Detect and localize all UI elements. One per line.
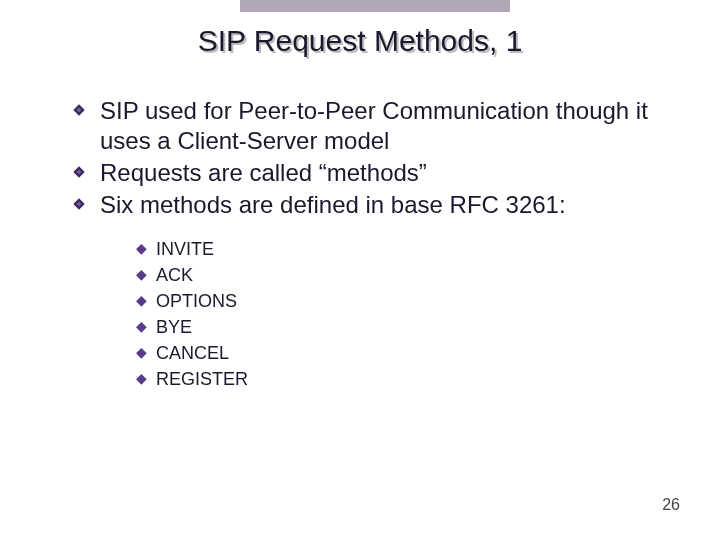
list-item-text: REGISTER xyxy=(156,366,248,392)
list-item: ◆ BYE xyxy=(136,314,672,340)
list-item-text: OPTIONS xyxy=(156,288,237,314)
diamond-dot-icon: ◆ xyxy=(136,236,156,261)
diamond-dot-icon: ◆ xyxy=(136,262,156,287)
diamond-bullet-icon xyxy=(72,197,94,211)
list-item: SIP used for Peer-to-Peer Communication … xyxy=(72,96,672,156)
diamond-bullet-icon xyxy=(72,165,94,179)
diamond-dot-icon: ◆ xyxy=(136,340,156,365)
list-item: ◆ CANCEL xyxy=(136,340,672,366)
list-item-text: Six methods are defined in base RFC 3261… xyxy=(100,190,566,220)
slide: SIP Request Methods, 1 SIP used for Peer… xyxy=(0,0,720,540)
list-item-text: SIP used for Peer-to-Peer Communication … xyxy=(100,96,672,156)
list-item-text: ACK xyxy=(156,262,193,288)
slide-body: SIP used for Peer-to-Peer Communication … xyxy=(72,96,672,393)
list-item-text: INVITE xyxy=(156,236,214,262)
slide-title: SIP Request Methods, 1 xyxy=(0,24,720,58)
list-item: ◆ REGISTER xyxy=(136,366,672,392)
list-item-text: Requests are called “methods” xyxy=(100,158,427,188)
decorative-top-bar xyxy=(240,0,510,12)
list-item: ◆ OPTIONS xyxy=(136,288,672,314)
list-item-text: CANCEL xyxy=(156,340,229,366)
list-item-text: BYE xyxy=(156,314,192,340)
sub-list: ◆ INVITE ◆ ACK ◆ OPTIONS ◆ BYE ◆ CANCEL … xyxy=(136,236,672,393)
list-item: Six methods are defined in base RFC 3261… xyxy=(72,190,672,220)
list-item: ◆ INVITE xyxy=(136,236,672,262)
list-item: Requests are called “methods” xyxy=(72,158,672,188)
list-item: ◆ ACK xyxy=(136,262,672,288)
diamond-dot-icon: ◆ xyxy=(136,366,156,391)
diamond-dot-icon: ◆ xyxy=(136,288,156,313)
page-number: 26 xyxy=(662,496,680,514)
diamond-dot-icon: ◆ xyxy=(136,314,156,339)
diamond-bullet-icon xyxy=(72,103,94,117)
